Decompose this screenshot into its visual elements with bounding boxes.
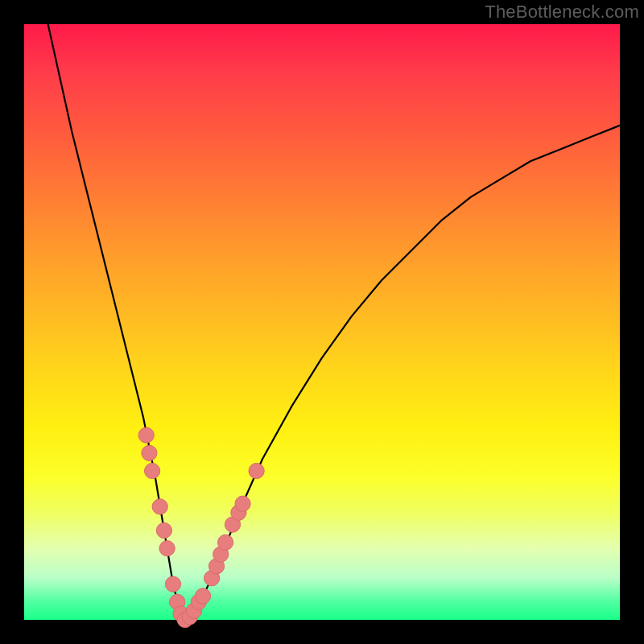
data-point-marker bbox=[152, 499, 167, 514]
bottleneck-curve bbox=[48, 24, 620, 620]
data-point-marker bbox=[195, 588, 210, 604]
data-point-marker bbox=[142, 445, 157, 460]
data-point-marker bbox=[159, 541, 175, 556]
data-point-marker bbox=[156, 522, 171, 538]
data-point-marker bbox=[138, 427, 154, 443]
data-point-marker bbox=[249, 463, 264, 478]
chart-svg bbox=[24, 24, 620, 620]
plot-area bbox=[24, 24, 620, 620]
data-point-marker bbox=[235, 496, 250, 511]
chart-stage: TheBottleneck.com bbox=[0, 0, 644, 644]
data-point-marker bbox=[218, 535, 233, 550]
data-point-marker bbox=[144, 463, 159, 478]
data-point-marker bbox=[165, 576, 180, 592]
watermark-text: TheBottleneck.com bbox=[485, 2, 639, 23]
